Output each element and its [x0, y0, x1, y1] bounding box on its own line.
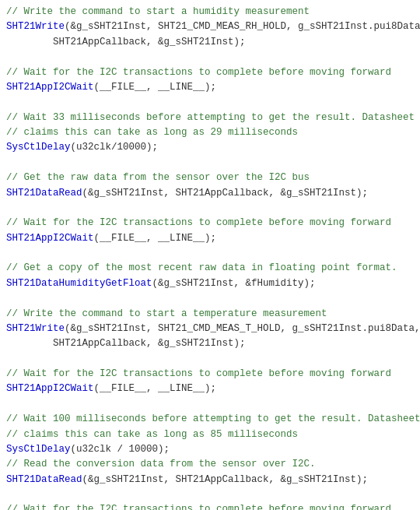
code-line [6, 156, 414, 171]
code-line: SHT21DataHumidityGetFloat(&g_sSHT21Inst,… [6, 276, 414, 291]
code-line: // claims this can take as long as 29 mi… [6, 125, 414, 140]
code-line: // Write the command to start a humidity… [6, 5, 414, 19]
code-line: // Wait for the I2C transactions to comp… [6, 367, 414, 382]
code-line [6, 95, 414, 110]
code-line: SHT21AppI2CWait(__FILE__, __LINE__); [6, 80, 414, 95]
code-line: // Wait for the I2C transactions to comp… [6, 65, 414, 80]
code-line [6, 201, 414, 216]
code-line: SHT21DataRead(&g_sSHT21Inst, SHT21AppCal… [6, 473, 414, 487]
code-line: SHT21AppCallback, &g_sSHT21Inst); [6, 35, 414, 50]
code-line: SHT21Write(&g_sSHT21Inst, SHT21_CMD_MEAS… [6, 322, 414, 336]
code-line: SysCtlDelay(u32clk/10000); [6, 140, 414, 155]
code-line: SHT21DataRead(&g_sSHT21Inst, SHT21AppCal… [6, 186, 414, 201]
code-block: // Write the command to start a humidity… [6, 5, 414, 510]
code-container: // Write the command to start a humidity… [0, 0, 420, 510]
code-line: SHT21AppCallback, &g_sSHT21Inst); [6, 336, 414, 351]
code-line: SHT21AppI2CWait(__FILE__, __LINE__); [6, 382, 414, 396]
code-line: SHT21AppI2CWait(__FILE__, __LINE__); [6, 231, 414, 246]
code-line: // claims this can take as long as 85 mi… [6, 427, 414, 442]
code-line: // Get the raw data from the sensor over… [6, 171, 414, 185]
code-line: // Write the command to start a temperat… [6, 307, 414, 322]
code-line [6, 397, 414, 412]
code-line [6, 246, 414, 261]
code-line: // Wait 33 milliseconds before attemptin… [6, 111, 414, 125]
code-line [6, 50, 414, 65]
code-line: // Get a copy of the most recent raw dat… [6, 261, 414, 276]
code-line [6, 352, 414, 367]
code-line: // Wait for the I2C transactions to comp… [6, 502, 414, 510]
code-line [6, 487, 414, 502]
code-line: // Wait for the I2C transactions to comp… [6, 216, 414, 230]
code-line [6, 291, 414, 306]
code-line: SysCtlDelay(u32clk / 10000); [6, 442, 414, 457]
code-line: // Read the conversion data from the sen… [6, 457, 414, 472]
code-line: SHT21Write(&g_sSHT21Inst, SHT21_CMD_MEAS… [6, 19, 414, 34]
code-line: // Wait 100 milliseconds before attempti… [6, 412, 414, 427]
